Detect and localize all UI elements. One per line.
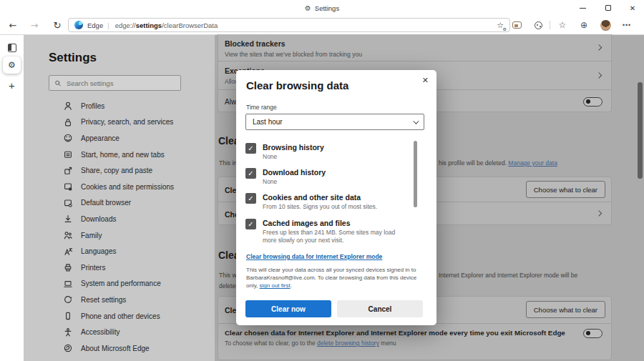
tab-panel-icon [8, 44, 16, 52]
sidebar-item-cookies-permissions[interactable]: Cookies and site permissions [24, 179, 215, 195]
download-icon [63, 214, 73, 224]
url-text: edge://settings/clearBrowserData [115, 21, 218, 29]
sidebar-item-languages[interactable]: Languages [24, 243, 215, 259]
download-history-checkbox[interactable] [245, 168, 256, 179]
search-box[interactable] [49, 75, 181, 91]
choose-what-to-clear-button[interactable]: Choose what to clear [526, 181, 605, 198]
clear-now-button[interactable]: Clear now [245, 300, 331, 317]
sidebar-item-profiles[interactable]: Profiles [24, 98, 215, 114]
phone-icon [63, 311, 73, 321]
settings-more-button[interactable]: ⋯ [620, 16, 634, 34]
site-permissions-icon [63, 182, 73, 192]
site-brand-label: Edge [87, 21, 103, 29]
cookies-checkbox[interactable] [245, 193, 256, 204]
clear-browsing-data-dialog: ✕ Clear browsing data Time range Last ho… [236, 70, 436, 325]
sidebar-item-system-performance[interactable]: System and performance [24, 276, 215, 292]
new-tab-button[interactable]: + [0, 80, 24, 91]
tab-panel-button[interactable] [0, 44, 24, 52]
tab-title-label: Settings [315, 4, 339, 12]
lock-icon [63, 117, 73, 127]
maximize-button[interactable] [600, 0, 617, 16]
sidebar-item-reset-settings[interactable]: Reset settings [24, 292, 215, 308]
browser-essentials-button[interactable] [509, 16, 524, 34]
search-icon [54, 79, 62, 87]
maximize-icon [605, 5, 611, 11]
ie-mode-clear-link[interactable]: Clear browsing data for Internet Explore… [246, 253, 382, 260]
blocked-trackers-row[interactable]: Blocked trackers View the sites that we'… [218, 34, 611, 61]
minimize-button[interactable] [574, 0, 591, 16]
sidebar-item-start-home-tabs[interactable]: Start, home, and new tabs [24, 147, 215, 163]
forward-button[interactable]: → [27, 16, 42, 34]
default-browser-icon [63, 198, 73, 208]
printer-icon [63, 262, 73, 272]
chevron-down-icon [413, 118, 419, 124]
cancel-button[interactable]: Cancel [337, 300, 423, 317]
sidebar-item-printers[interactable]: Printers [24, 259, 215, 276]
sidebar-item-phone-devices[interactable]: Phone and other devices [24, 308, 215, 325]
back-button[interactable]: ← [6, 16, 20, 34]
active-settings-tab[interactable]: ⚙ [3, 56, 21, 74]
collections-button[interactable]: ⊕ [577, 16, 591, 34]
dialog-title: Clear browsing data [246, 79, 348, 92]
reset-icon [63, 295, 73, 305]
vertical-tab-strip: ⚙ + [0, 35, 24, 361]
favorite-gear-icon: ⚙ [503, 26, 507, 31]
clear-data-desc-right: his profile will be deleted. Manage your… [439, 159, 557, 167]
url-divider: | [107, 21, 109, 29]
time-range-select[interactable]: Last hour [245, 114, 424, 130]
ie-choose-what-to-clear-button[interactable]: Choose what to clear [526, 301, 605, 318]
settings-sidebar: Settings Profiles Privacy, search, and s… [24, 35, 215, 361]
settings-gear-icon: ⚙ [305, 4, 311, 12]
close-window-button[interactable]: ✕ [624, 0, 641, 16]
sidebar-item-about-edge[interactable]: About Microsoft Edge [24, 340, 215, 357]
dialog-close-button[interactable]: ✕ [422, 76, 429, 85]
window-tab[interactable]: ⚙ Settings [305, 0, 339, 16]
ie-clear-on-exit-row: Clear chosen data for Internet Explorer … [218, 323, 611, 360]
titlebar: ⚙ Settings ✕ [0, 0, 644, 16]
time-range-value: Last hour [253, 118, 283, 126]
edge-swirl-icon [63, 343, 73, 353]
browsing-history-item: Browsing historyNone [245, 143, 409, 161]
profile-avatar [600, 20, 611, 31]
ie-clear-on-exit-subtitle: To choose what to clear, go to the delet… [225, 340, 602, 347]
download-history-item: Download historyNone [245, 168, 409, 186]
browser-toolbar: ← → ↻ Edge | edge://settings/clearBrowse… [0, 16, 644, 35]
share-icon [63, 166, 73, 176]
ie-clear-on-exit-toggle[interactable] [583, 329, 602, 338]
sidebar-title: Settings [49, 51, 97, 65]
sync-note: This will clear your data across all you… [246, 266, 425, 290]
cookies-item: Cookies and other site dataFrom 10 sites… [245, 193, 409, 211]
plus-icon: + [9, 80, 15, 91]
laptop-icon [63, 279, 73, 289]
address-bar[interactable]: Edge | edge://settings/clearBrowserData … [68, 18, 510, 32]
sidebar-item-downloads[interactable]: Downloads [24, 211, 215, 227]
sign-out-first-link[interactable]: sign out first [260, 282, 291, 289]
browser-essentials-icon [512, 21, 522, 29]
cached-images-checkbox[interactable] [245, 219, 256, 229]
profile-button[interactable] [598, 16, 613, 34]
sidebar-item-accessibility[interactable]: Accessibility [24, 324, 215, 340]
cached-images-item: Cached images and filesFrees up less tha… [245, 219, 409, 244]
sidebar-item-share-copy-paste[interactable]: Share, copy and paste [24, 162, 215, 179]
sidebar-item-privacy[interactable]: Privacy, search, and services [24, 114, 215, 131]
search-input[interactable] [67, 79, 175, 87]
edge-window: ⚙ Settings ✕ ← → ↻ Edge | edge://setting… [0, 0, 644, 361]
shopping-button[interactable] [531, 16, 545, 34]
languages-icon [63, 247, 73, 257]
delete-browsing-history-link[interactable]: delete browsing history [317, 340, 379, 347]
sidebar-item-family[interactable]: Family [24, 227, 215, 244]
profiles-icon [63, 101, 73, 111]
inprivate-strict-toggle[interactable] [583, 97, 602, 107]
page-scrollbar-thumb[interactable] [638, 82, 643, 179]
sidebar-item-default-browser[interactable]: Default browser [24, 195, 215, 212]
add-favorite-button[interactable]: ☆⚙ [497, 21, 504, 30]
manage-your-data-link[interactable]: Manage your data [508, 159, 557, 167]
favorites-button[interactable]: ☆ [555, 16, 570, 34]
dialog-list-scrollbar-thumb[interactable] [414, 141, 417, 207]
sidebar-nav: Profiles Privacy, search, and services A… [24, 98, 215, 357]
window-icon [63, 149, 73, 159]
palette-icon [63, 133, 73, 143]
refresh-button[interactable]: ↻ [50, 16, 64, 34]
browsing-history-checkbox[interactable] [245, 143, 256, 154]
sidebar-item-appearance[interactable]: Appearance [24, 130, 215, 147]
